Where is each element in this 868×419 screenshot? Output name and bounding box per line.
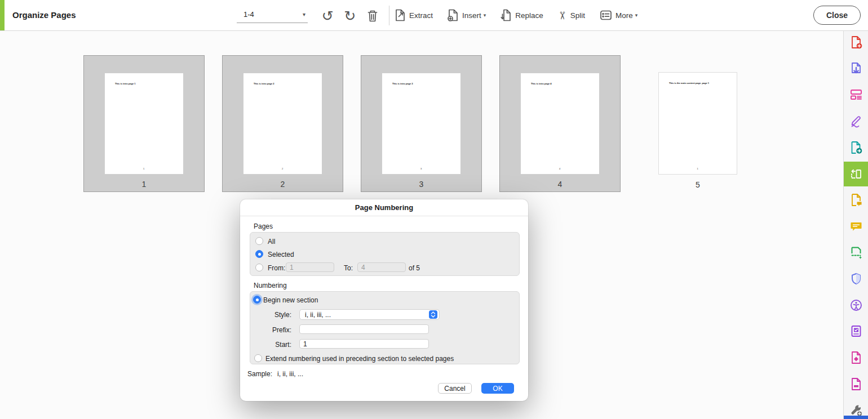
page-thumbnail-3[interactable]: This is intro page 3 3 3 bbox=[361, 55, 482, 192]
rotate-left-button[interactable]: ↺ bbox=[318, 6, 337, 25]
rotate-cw-icon: ↻ bbox=[344, 9, 356, 23]
pages-section-panel: All Selected From: To: of 5 bbox=[250, 232, 520, 276]
page-content-text: This is the main content page, page 1 bbox=[669, 82, 709, 84]
thumbnail-number: 3 bbox=[361, 180, 481, 189]
edit-pdf-icon bbox=[849, 88, 863, 101]
from-label: From: bbox=[268, 264, 285, 272]
replace-label: Replace bbox=[515, 11, 543, 20]
send-file-icon bbox=[849, 141, 863, 154]
chevron-down-icon: ▾ bbox=[303, 11, 305, 17]
replace-button[interactable]: Replace bbox=[501, 9, 543, 21]
page-thumbnail-5[interactable]: This is the main content page, page 1 1 … bbox=[647, 55, 749, 192]
insert-page-icon bbox=[448, 9, 459, 21]
sidebar-tool-send-file[interactable] bbox=[844, 136, 868, 159]
sidebar-tool-redact[interactable] bbox=[844, 373, 868, 395]
sidebar-tool-scan-ocr[interactable] bbox=[844, 241, 868, 264]
style-value: i, ii, iii, ... bbox=[305, 311, 331, 319]
page-folio: 1 bbox=[143, 167, 144, 170]
page-content-text: This is intro page 1 bbox=[115, 82, 135, 85]
sidebar-tool-prepare-form[interactable] bbox=[844, 320, 868, 342]
sidebar-tool-comment[interactable] bbox=[844, 215, 868, 238]
thumbnail-number: 2 bbox=[223, 180, 343, 189]
green-accent-bar bbox=[0, 0, 5, 30]
close-label: Close bbox=[826, 11, 848, 20]
sidebar-tool-export-pdf[interactable] bbox=[844, 57, 868, 80]
of-total-label: of 5 bbox=[409, 264, 420, 272]
thumbnail-number: 1 bbox=[84, 180, 204, 189]
extract-button[interactable]: Extract bbox=[395, 9, 433, 21]
file-comment-icon bbox=[849, 193, 863, 207]
sample-label: Sample: bbox=[247, 370, 272, 378]
prepare-form-icon bbox=[849, 324, 863, 338]
toolbar-divider bbox=[389, 6, 389, 25]
from-input[interactable] bbox=[286, 262, 334, 272]
prefix-input[interactable] bbox=[299, 324, 429, 334]
rotate-ccw-icon: ↺ bbox=[322, 9, 334, 23]
style-select[interactable]: i, ii, iii, ... bbox=[299, 309, 440, 320]
radio-selected[interactable] bbox=[255, 250, 263, 258]
page-folio: 2 bbox=[282, 167, 283, 170]
sidebar-tool-create-pdf[interactable] bbox=[844, 31, 868, 54]
sidebar-tool-file-comment[interactable] bbox=[844, 189, 868, 211]
trash-icon bbox=[366, 9, 379, 23]
split-button[interactable]: ✂ Split bbox=[558, 10, 585, 21]
page-folio: 1 bbox=[697, 167, 698, 170]
numbering-section-panel: Begin new section Style: i, ii, iii, ...… bbox=[250, 291, 520, 364]
cancel-label: Cancel bbox=[444, 385, 465, 393]
page-range-value: 1-4 bbox=[243, 10, 254, 19]
insert-label: Insert bbox=[462, 11, 481, 20]
sidebar-tool-edit-pdf[interactable] bbox=[844, 83, 868, 106]
sidebar-tool-organize-pages[interactable] bbox=[844, 162, 868, 186]
to-input[interactable] bbox=[357, 262, 406, 272]
radio-all[interactable] bbox=[255, 237, 263, 245]
page-folio: 3 bbox=[420, 167, 422, 170]
page-range-select[interactable]: 1-4 ▾ bbox=[237, 7, 308, 23]
page-thumbnail-1[interactable]: This is intro page 1 1 1 bbox=[83, 55, 205, 192]
rotate-right-button[interactable]: ↻ bbox=[340, 6, 360, 25]
radio-extend-numbering[interactable] bbox=[254, 354, 262, 362]
pages-section-label: Pages bbox=[254, 222, 273, 230]
toolbar-actions: Extract Insert ▾ Replace ✂ Split bbox=[395, 0, 637, 30]
fill-sign-icon bbox=[849, 114, 863, 128]
tools-sidebar bbox=[843, 31, 868, 419]
redact-icon bbox=[849, 377, 863, 391]
export-pdf-icon bbox=[849, 62, 863, 75]
page-content-text: This is intro page 2 bbox=[254, 82, 274, 85]
sidebar-tool-accessibility[interactable] bbox=[844, 294, 868, 317]
delete-pages-button[interactable] bbox=[363, 6, 382, 25]
scan-ocr-icon bbox=[849, 246, 863, 259]
comment-icon bbox=[849, 220, 863, 233]
close-button[interactable]: Close bbox=[813, 6, 861, 25]
extend-numbering-label: Extend numbering used in preceding secti… bbox=[265, 355, 454, 363]
thumbnail-number: 5 bbox=[647, 180, 749, 189]
page-preview: This is intro page 4 4 bbox=[521, 73, 599, 174]
more-button[interactable]: More ▾ bbox=[600, 9, 637, 21]
sidebar-tool-fill-sign[interactable] bbox=[844, 110, 868, 132]
add-tools-icon bbox=[849, 403, 863, 417]
radio-begin-new-section[interactable] bbox=[253, 296, 261, 304]
start-input[interactable] bbox=[299, 339, 429, 349]
split-label: Split bbox=[570, 11, 585, 20]
compress-pdf-icon bbox=[849, 351, 863, 364]
toolbar: Organize Pages 1-4 ▾ ↺ ↻ Extract bbox=[0, 0, 868, 31]
scissors-icon: ✂ bbox=[557, 11, 568, 20]
page-title: Organize Pages bbox=[12, 0, 76, 30]
page-preview: This is the main content page, page 1 1 bbox=[658, 72, 737, 175]
radio-from[interactable] bbox=[255, 264, 263, 271]
cancel-button[interactable]: Cancel bbox=[438, 383, 472, 394]
page-thumbnail-2[interactable]: This is intro page 2 2 2 bbox=[222, 55, 343, 192]
ok-label: OK bbox=[493, 385, 502, 393]
insert-button[interactable]: Insert ▾ bbox=[448, 9, 486, 21]
chevron-down-icon: ▾ bbox=[484, 12, 486, 18]
sidebar-tool-compress[interactable] bbox=[844, 346, 868, 369]
ok-button[interactable]: OK bbox=[481, 383, 514, 394]
sample-value: i, ii, iii, ... bbox=[277, 370, 303, 378]
extract-page-icon bbox=[395, 9, 406, 21]
page-folio: 4 bbox=[559, 167, 560, 170]
page-preview: This is intro page 3 3 bbox=[382, 73, 460, 174]
sidebar-tool-protect[interactable] bbox=[844, 268, 868, 290]
radio-all-label: All bbox=[268, 238, 275, 246]
page-preview: This is intro page 1 1 bbox=[105, 73, 183, 174]
page-thumbnail-4[interactable]: This is intro page 4 4 4 bbox=[499, 55, 621, 192]
dialog-title: Page Numbering bbox=[240, 199, 528, 216]
